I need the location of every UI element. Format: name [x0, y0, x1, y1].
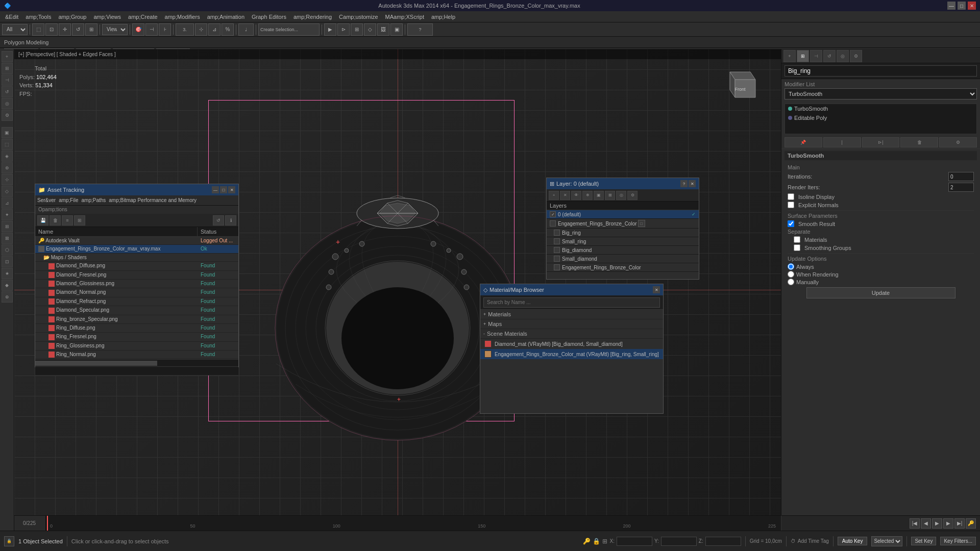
sidebar-tool14[interactable]: ◆ — [2, 280, 13, 291]
layer-move-btn[interactable]: ⊠ — [605, 191, 615, 200]
mat-close-btn[interactable]: ✕ — [653, 286, 660, 293]
timeline[interactable]: 0 / 225 0 50 100 150 200 225 — [14, 515, 781, 531]
menu-rendering[interactable]: amp;Rendering — [290, 13, 335, 21]
render-btn[interactable]: 🖼 — [377, 23, 389, 36]
menu-animation[interactable]: amp;Animation — [204, 13, 248, 21]
menu-graph-editors[interactable]: Graph Editors — [249, 13, 289, 21]
layer-row-small-diamond[interactable]: Small_diamond — [547, 255, 699, 263]
sidebar-tool6[interactable]: ◇ — [2, 186, 13, 197]
sidebar-tool10[interactable]: ⊠ — [2, 233, 13, 244]
always-radio[interactable] — [788, 263, 794, 270]
menu-edit[interactable]: &Edit — [2, 13, 21, 21]
sidebar-hierarchy-icon[interactable]: ⊣ — [2, 74, 13, 86]
layer-close-btn[interactable]: ✕ — [689, 180, 696, 187]
asset-row-ring-normal[interactable]: Ring_Normal.png Found — [35, 350, 238, 359]
mat-item-ring[interactable]: Engagement_Rings_Bronze_Color_mat (VRayM… — [480, 349, 663, 359]
render-frame-btn[interactable]: ▣ — [390, 23, 403, 36]
asset-row-max-file[interactable]: Engagement_Rings_Bronze_Color_max_vray.m… — [35, 245, 238, 254]
sidebar-tool7[interactable]: ⊿ — [2, 197, 13, 209]
navigation-cube[interactable]: Front — [720, 64, 761, 105]
sidebar-create-icon[interactable]: + — [2, 51, 13, 62]
select-region-btn[interactable]: ⊡ — [45, 23, 58, 36]
layer-hide-btn[interactable]: 👁 — [571, 191, 581, 200]
viewport-label[interactable]: [+] [Perspective] [ Shaded + Edged Faces… — [14, 49, 781, 59]
go-end-btn[interactable]: ▶| — [954, 518, 965, 529]
layer-delete-btn[interactable]: ✕ — [560, 191, 570, 200]
layer-freeze-btn[interactable]: ❄ — [582, 191, 593, 200]
asset-row-ring-glossiness[interactable]: Ring_Glossiness.png Found — [35, 342, 238, 350]
asset-row-diamond-normal[interactable]: Diamond_Normal.png Found — [35, 288, 238, 297]
asset-row-ring-bronze-spec[interactable]: Ring_bronze_Specular.png Found — [35, 315, 238, 324]
named-sel-btn[interactable]: Create Selection... — [258, 23, 320, 36]
x-input[interactable] — [617, 537, 652, 546]
stack-pin-btn[interactable]: 📌 — [785, 137, 822, 147]
mat-search-input[interactable] — [483, 297, 660, 308]
minimize-button[interactable]: — — [947, 2, 955, 10]
smoothing-groups-check[interactable] — [794, 244, 800, 251]
select-filter[interactable]: All — [2, 24, 28, 35]
z-input[interactable] — [705, 537, 741, 546]
layer-btn[interactable]: 3. — [176, 23, 194, 36]
prev-frame-btn[interactable]: ◀ — [921, 518, 931, 529]
utility-icon[interactable]: ⚙ — [850, 50, 862, 62]
percent-snap-btn[interactable]: % — [222, 23, 234, 36]
layer-row-small-ring[interactable]: Small_ring — [547, 237, 699, 246]
next-frame-btn2[interactable]: ▶ — [943, 518, 953, 529]
stack-active-btn[interactable]: | — [823, 137, 861, 147]
layer-check-default[interactable]: ✓ — [550, 211, 556, 217]
select-object-btn[interactable]: ⬚ — [32, 23, 44, 36]
set-key-btn[interactable]: Set Key — [911, 537, 936, 545]
selected-dropdown[interactable]: Selected — [871, 536, 902, 546]
asset-menu-bitmap[interactable]: amp;Bitmap Performance and Memory — [109, 197, 197, 203]
rendering-radio[interactable] — [788, 271, 794, 278]
modifier-editable-poly[interactable]: Editable Poly — [785, 113, 976, 122]
asset-info-btn[interactable]: ℹ — [225, 215, 236, 226]
layer-render-btn[interactable]: ▣ — [594, 191, 604, 200]
layer-row-engagement[interactable]: Engagement_Rings_Bronze_Color □ — [547, 219, 699, 229]
menu-help[interactable]: amp;Help — [428, 13, 458, 21]
isoline-check[interactable] — [788, 193, 794, 200]
asset-row-vault[interactable]: 🔑 Autodesk Vault Logged Out ... — [35, 237, 238, 245]
layer-settings-btn[interactable]: ⚙ — [627, 191, 638, 200]
layer-row-engagement-obj[interactable]: Engagement_Rings_Bronze_Color — [547, 263, 699, 272]
asset-close-btn[interactable]: ✕ — [228, 186, 235, 193]
sidebar-tool5[interactable]: ⊹ — [2, 174, 13, 185]
layer-check-engagement-obj[interactable] — [554, 264, 560, 270]
asset-list-btn[interactable]: ≡ — [62, 215, 73, 226]
menu-maxscript[interactable]: MAamp;XScript — [382, 13, 427, 21]
move-btn[interactable]: ✛ — [59, 23, 71, 36]
create-panel-icon[interactable]: + — [783, 50, 796, 62]
update-button[interactable]: Update — [806, 287, 955, 298]
asset-row-diamond-refract[interactable]: Diamond_Refract.png Found — [35, 297, 238, 306]
sidebar-tool8[interactable]: ✦ — [2, 209, 13, 220]
play-anim-btn[interactable]: ▶ — [324, 23, 336, 36]
asset-minimize-btn[interactable]: — — [212, 186, 219, 193]
help-btn[interactable]: ? — [407, 23, 433, 36]
asset-row-diamond-fresnel[interactable]: Diamond_Fresnel.png Found — [35, 271, 238, 280]
iterations-input[interactable] — [948, 172, 974, 181]
schematic-btn[interactable]: ⊞ — [351, 23, 363, 36]
curve-editor-btn[interactable]: ♩ — [238, 23, 254, 36]
mat-scene-header[interactable]: - Scene Materials — [483, 331, 660, 337]
sidebar-tool4[interactable]: ⊛ — [2, 162, 13, 173]
asset-scroll-bar[interactable] — [35, 359, 238, 366]
layer-new-btn[interactable]: + — [549, 191, 559, 200]
asset-refresh-btn[interactable]: ↺ — [213, 215, 224, 226]
layer-check-big-diamond[interactable] — [554, 247, 560, 253]
menu-create[interactable]: amp;Create — [125, 13, 160, 21]
asset-row-maps[interactable]: 📂 Maps / Shaders — [35, 254, 238, 262]
asset-row-ring-fresnel[interactable]: Ring_Fresnel.png Found — [35, 333, 238, 341]
manually-radio[interactable] — [788, 279, 794, 285]
layer-row-big-ring[interactable]: Big_ring — [547, 229, 699, 237]
asset-delete-btn[interactable]: 🗑 — [50, 215, 61, 226]
mat-item-diamond[interactable]: Diamond_mat (VRayMtl) [Big_diamond, Smal… — [480, 339, 663, 349]
asset-menu-paths[interactable]: amp;Paths — [81, 197, 106, 203]
sidebar-tool2[interactable]: ⬚ — [2, 139, 13, 150]
asset-menu-file[interactable]: amp;File — [59, 197, 78, 203]
menu-modifiers[interactable]: amp;Modifiers — [162, 13, 203, 21]
modifier-dropdown[interactable]: TurboSmooth Editable Poly — [785, 88, 977, 99]
asset-maximize-btn[interactable]: □ — [220, 186, 227, 193]
right-panel-scroll[interactable]: + ⊞ ⊣ ↺ ◎ ⚙ Modifier List TurboSmooth Ed… — [781, 49, 980, 531]
stack-show-end-btn[interactable]: ⊳| — [862, 137, 900, 147]
layer-check-engagement[interactable] — [550, 220, 556, 227]
